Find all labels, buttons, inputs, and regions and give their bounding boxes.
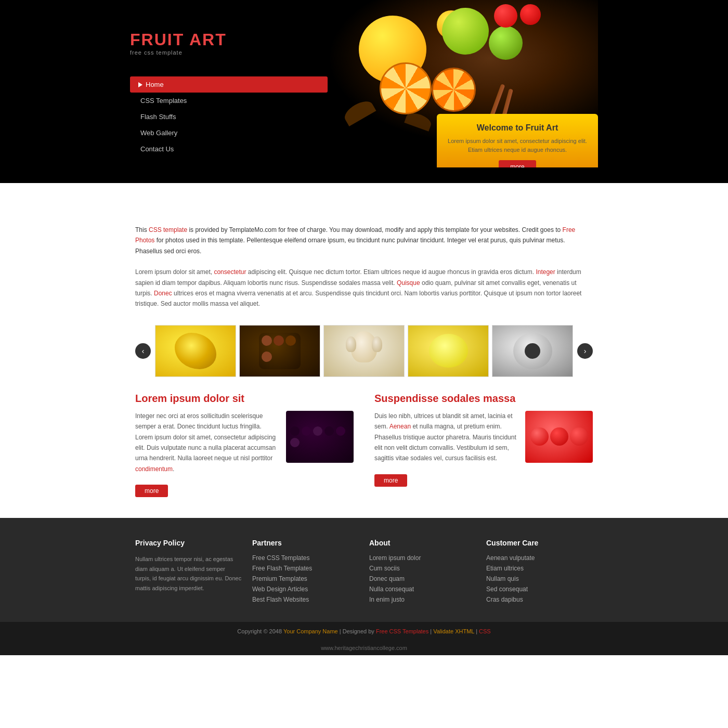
footer-link-free-css[interactable]: Free CSS Templates: [252, 554, 310, 562]
footer-link-free-flash[interactable]: Free Flash Templates: [252, 565, 312, 572]
nav-label-flash: Flash Stuffs: [140, 113, 176, 121]
footer-copyright: Copyright © 2048: [237, 628, 282, 634]
welcome-box: Welcome to Fruit Art Lorem ipsum dolor s…: [437, 114, 598, 167]
welcome-body: Lorem ipsum dolor sit amet, consectetur …: [447, 137, 588, 154]
gallery-item-coco[interactable]: [492, 325, 573, 377]
footer-validate-css[interactable]: CSS: [479, 628, 491, 634]
right-more-button[interactable]: more: [374, 474, 407, 487]
right-col-content: Duis leo nibh, ultrices ut blandit sit a…: [374, 411, 593, 469]
site-url: www.heritagechristiancollege.com: [0, 641, 728, 655]
leaf2: [404, 110, 433, 132]
footer-about-link5[interactable]: In enim justo: [369, 596, 405, 603]
logo: FRUIT ART free css template: [130, 15, 328, 66]
nav-item-flash[interactable]: Flash Stuffs: [130, 109, 328, 125]
nav-label-contact: Contact Us: [140, 145, 174, 153]
fruit-cherry: [494, 4, 517, 28]
footer-about-link2[interactable]: Cum sociis: [369, 565, 400, 572]
footer-link-premium[interactable]: Premium Templates: [252, 575, 307, 582]
footer-about-list: Lorem ipsum dolor Cum sociis Donec quam …: [369, 554, 476, 603]
gallery-item-garlic[interactable]: [323, 325, 405, 377]
footer-designed-link[interactable]: Free CSS Templates: [376, 628, 428, 634]
footer-about-link4[interactable]: Nulla consequat: [369, 586, 414, 593]
footer-col-about: About Lorem ipsum dolor Cum sociis Donec…: [369, 539, 476, 606]
right-col-heading: Suspendisse sodales massa: [374, 393, 593, 405]
footer-privacy-heading: Privacy Policy: [135, 539, 242, 547]
logo-title: FRUIT ART: [130, 30, 328, 49]
body-paragraph: Lorem ipsum dolor sit amet, consectetur …: [135, 267, 593, 309]
footer-partners-heading: Partners: [252, 539, 359, 547]
fruit-lime2: [489, 26, 523, 60]
link-aenean[interactable]: Aenean: [389, 423, 411, 430]
two-column-section: Lorem ipsum dolor sit Integer nec orci a…: [135, 393, 593, 497]
footer-care-link4[interactable]: Sed consequat: [486, 586, 528, 593]
left-col-image: [286, 411, 354, 463]
link-condimentum[interactable]: condimentum: [135, 465, 173, 473]
fruit-orange-cross: [380, 62, 432, 114]
footer: Privacy Policy Nullam ultrices tempor ni…: [0, 518, 728, 655]
logo-text-red: ART: [189, 30, 227, 49]
footer-company-link[interactable]: Your Company Name: [283, 628, 338, 634]
welcome-more-button[interactable]: more: [499, 160, 536, 167]
link-integer[interactable]: Integer: [536, 268, 555, 276]
logo-text-black: FRUIT: [130, 30, 189, 49]
footer-link-bestflash[interactable]: Best Flash Websites: [252, 596, 309, 603]
footer-care-heading: Customer Care: [486, 539, 593, 547]
footer-designed-by: | Designed by: [340, 628, 376, 634]
footer-about-heading: About: [369, 539, 476, 547]
left-col-heading: Lorem ipsum dolor sit: [135, 393, 354, 405]
gallery-prev-button[interactable]: ‹: [135, 343, 151, 359]
fruit-lime: [442, 8, 489, 55]
right-column: Suspendisse sodales massa Duis leo nibh,…: [374, 393, 593, 497]
left-col-content: Integer nec orci at eros sollicitudin sc…: [135, 411, 354, 479]
link-free-photos[interactable]: Free Photos: [135, 226, 575, 244]
footer-validate-xhtml[interactable]: Validate XHTML: [433, 628, 474, 634]
nav-label-gallery: Web Gallery: [140, 129, 177, 137]
left-more-button[interactable]: more: [135, 485, 168, 497]
nav-label-home: Home: [146, 81, 164, 88]
link-css-template[interactable]: CSS template: [149, 226, 187, 233]
footer-care-list: Aenean vulputate Etiam ultrices Nullam q…: [486, 554, 593, 603]
gallery-item-mango[interactable]: [155, 325, 236, 377]
link-donec[interactable]: Donec: [154, 290, 172, 297]
footer-columns: Privacy Policy Nullam ultrices tempor ni…: [130, 539, 598, 622]
gallery-strip: ‹: [135, 325, 593, 377]
gallery-item-choco[interactable]: [239, 325, 320, 377]
footer-care-link5[interactable]: Cras dapibus: [486, 596, 523, 603]
footer-about-link1[interactable]: Lorem ipsum dolor: [369, 554, 421, 562]
footer-privacy-text: Nullam ultrices tempor nisi, ac egestas …: [135, 554, 242, 593]
footer-care-link3[interactable]: Nullam quis: [486, 575, 519, 582]
main-content: This CSS template is provided by Templat…: [130, 225, 598, 497]
welcome-title: Welcome to Fruit Art: [447, 123, 588, 133]
gallery-item-lemon[interactable]: [408, 325, 489, 377]
logo-subtitle: free css template: [130, 49, 328, 56]
right-col-image: [525, 411, 593, 463]
footer-care-link1[interactable]: Aenean vulputate: [486, 554, 535, 562]
fruit-lemon-cross: [432, 68, 476, 112]
footer-about-link3[interactable]: Donec quam: [369, 575, 405, 582]
footer-col-partners: Partners Free CSS Templates Free Flash T…: [252, 539, 359, 606]
footer-link-webdesign[interactable]: Web Design Articles: [252, 586, 308, 593]
nav-arrow-icon: [138, 82, 142, 87]
gallery-next-button[interactable]: ›: [577, 343, 593, 359]
left-column: Lorem ipsum dolor sit Integer nec orci a…: [135, 393, 354, 497]
link-consectetur[interactable]: consectetur: [214, 268, 246, 276]
nav-item-contact[interactable]: Contact Us: [130, 141, 328, 157]
link-quisque[interactable]: Quisque: [397, 279, 420, 287]
nav-item-css[interactable]: CSS Templates: [130, 93, 328, 109]
gallery-items: [155, 325, 573, 377]
footer-care-link2[interactable]: Etiam ultrices: [486, 565, 524, 572]
intro-paragraph: This CSS template is provided by Templat…: [135, 225, 593, 256]
footer-col-privacy: Privacy Policy Nullam ultrices tempor ni…: [135, 539, 242, 606]
nav-item-home[interactable]: Home: [130, 76, 328, 93]
footer-col-customercare: Customer Care Aenean vulputate Etiam ult…: [486, 539, 593, 606]
leaf1: [342, 97, 376, 126]
main-nav: Home CSS Templates Flash Stuffs Web Gall…: [130, 76, 328, 157]
footer-bottom: Copyright © 2048 Your Company Name | Des…: [0, 622, 728, 641]
footer-partners-list: Free CSS Templates Free Flash Templates …: [252, 554, 359, 603]
nav-item-gallery[interactable]: Web Gallery: [130, 125, 328, 141]
header-fruit-image: Welcome to Fruit Art Lorem ipsum dolor s…: [328, 0, 598, 167]
nav-label-css: CSS Templates: [140, 97, 187, 105]
fruit-cherry2: [520, 4, 541, 25]
